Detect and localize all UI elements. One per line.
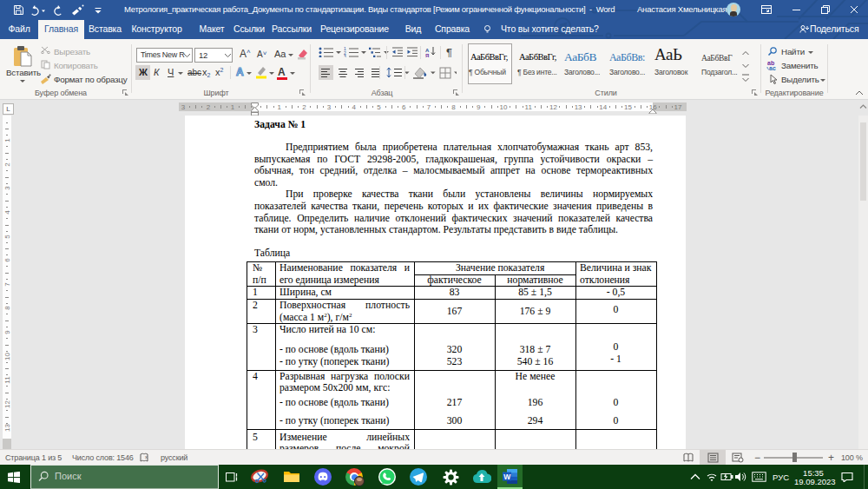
svg-text:Я: Я — [425, 53, 429, 57]
svg-text:x: x — [145, 454, 148, 459]
svg-text:¶: ¶ — [446, 47, 452, 57]
svg-text:W: W — [503, 472, 511, 481]
svg-text:ac: ac — [769, 65, 776, 70]
svg-text:3: 3 — [344, 54, 346, 57]
